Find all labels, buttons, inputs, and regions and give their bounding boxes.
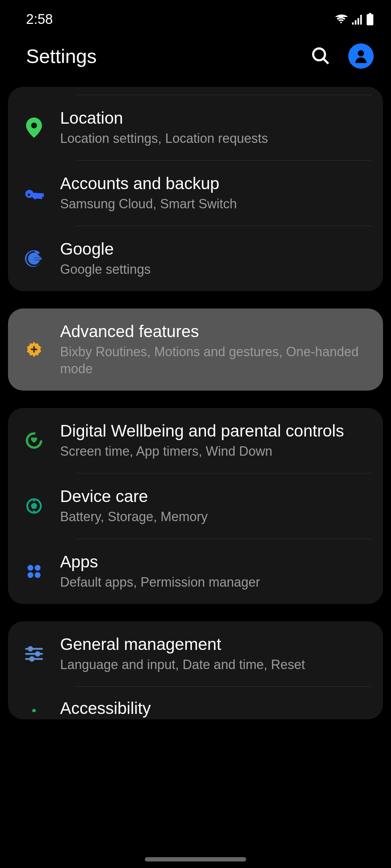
setting-subtitle: Screen time, App timers, Wind Down — [60, 443, 371, 460]
settings-group: Digital Wellbeing and parental controls … — [8, 408, 383, 604]
setting-text: Advanced features Bixby Routines, Motion… — [60, 322, 371, 378]
gear-plus-icon — [23, 339, 45, 360]
setting-title: General management — [60, 634, 371, 654]
wifi-icon — [335, 14, 348, 25]
svg-point-5 — [31, 503, 37, 509]
setting-text: Accessibility — [60, 698, 371, 718]
device-care-icon — [23, 495, 45, 517]
settings-group: Advanced features Bixby Routines, Motion… — [8, 309, 383, 391]
key-icon — [23, 182, 45, 204]
app-bar-actions — [311, 43, 374, 69]
location-pin-icon — [23, 117, 45, 139]
setting-item-digital-wellbeing[interactable]: Digital Wellbeing and parental controls … — [8, 408, 383, 473]
setting-title: Apps — [60, 552, 371, 572]
setting-title: Google — [60, 239, 371, 259]
svg-point-6 — [28, 565, 33, 571]
accessibility-icon — [23, 698, 45, 719]
settings-group: General management Language and input, D… — [8, 621, 383, 719]
gesture-nav-bar[interactable] — [145, 857, 246, 861]
sliders-icon — [23, 643, 45, 665]
setting-item-apps[interactable]: Apps Default apps, Permission manager — [8, 539, 383, 604]
setting-title: Accounts and backup — [60, 174, 371, 193]
settings-group: Location Location settings, Location req… — [8, 87, 383, 291]
setting-item-google[interactable]: Google Google settings — [8, 226, 383, 291]
setting-text: Apps Default apps, Permission manager — [60, 552, 371, 591]
battery-icon — [366, 13, 374, 25]
svg-point-2 — [358, 50, 364, 56]
app-bar: Settings — [0, 33, 391, 87]
setting-title: Location — [60, 108, 371, 128]
svg-point-16 — [32, 709, 36, 712]
setting-item-device-care[interactable]: Device care Battery, Storage, Memory — [8, 473, 383, 539]
setting-subtitle: Location settings, Location requests — [60, 130, 371, 147]
svg-line-1 — [323, 59, 328, 64]
apps-grid-icon — [23, 561, 45, 582]
signal-icon — [351, 14, 363, 25]
page-title: Settings — [26, 45, 97, 67]
setting-subtitle: Battery, Storage, Memory — [60, 509, 371, 526]
svg-point-7 — [35, 565, 41, 571]
status-time: 2:58 — [26, 12, 53, 27]
status-icons — [335, 13, 374, 25]
svg-point-13 — [36, 652, 39, 656]
setting-title: Accessibility — [60, 698, 371, 718]
setting-title: Device care — [60, 486, 371, 506]
google-g-icon — [23, 248, 45, 269]
status-bar: 2:58 — [0, 0, 391, 33]
person-icon — [353, 48, 369, 64]
svg-point-8 — [28, 572, 33, 578]
setting-item-accounts-backup[interactable]: Accounts and backup Samsung Cloud, Smart… — [8, 161, 383, 226]
avatar[interactable] — [348, 43, 374, 69]
setting-subtitle: Google settings — [60, 261, 371, 278]
setting-text: Digital Wellbeing and parental controls … — [60, 421, 371, 460]
setting-subtitle: Language and input, Date and time, Reset — [60, 656, 371, 673]
svg-point-0 — [313, 48, 325, 60]
svg-point-9 — [35, 572, 41, 578]
setting-text: Location Location settings, Location req… — [60, 108, 371, 147]
search-icon[interactable] — [311, 46, 331, 66]
svg-point-15 — [30, 657, 34, 661]
setting-title: Advanced features — [60, 322, 371, 341]
wellbeing-icon — [23, 430, 45, 451]
setting-text: Google Google settings — [60, 239, 371, 278]
setting-item-general-management[interactable]: General management Language and input, D… — [8, 621, 383, 686]
setting-item-advanced-features[interactable]: Advanced features Bixby Routines, Motion… — [8, 309, 383, 391]
setting-subtitle: Bixby Routines, Motions and gestures, On… — [60, 344, 371, 378]
setting-title: Digital Wellbeing and parental controls — [60, 421, 371, 441]
svg-point-11 — [29, 647, 32, 651]
setting-subtitle: Default apps, Permission manager — [60, 574, 371, 591]
setting-text: Device care Battery, Storage, Memory — [60, 486, 371, 526]
setting-text: General management Language and input, D… — [60, 634, 371, 673]
setting-item-location[interactable]: Location Location settings, Location req… — [8, 95, 383, 160]
setting-text: Accounts and backup Samsung Cloud, Smart… — [60, 174, 371, 213]
setting-subtitle: Samsung Cloud, Smart Switch — [60, 196, 371, 213]
setting-item-accessibility[interactable]: Accessibility — [8, 687, 383, 719]
